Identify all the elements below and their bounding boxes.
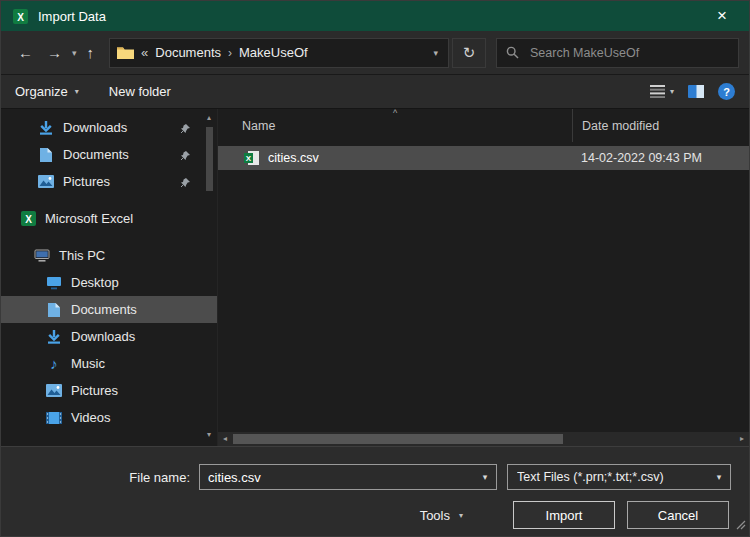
search-input[interactable] [528, 45, 729, 61]
sidebar-item-downloads-quick[interactable]: Downloads [1, 114, 217, 141]
sidebar-item-this-pc[interactable]: This PC [1, 242, 217, 269]
file-name-cell: X cities.csv [218, 151, 572, 165]
pictures-icon [37, 175, 55, 188]
view-icon [650, 85, 665, 98]
this-pc-icon [33, 249, 51, 263]
breadcrumb-separator-icon: › [228, 46, 232, 60]
change-view-button[interactable]: ▾ [650, 85, 674, 98]
pin-icon [180, 122, 191, 137]
titlebar: X Import Data × [1, 1, 749, 31]
file-name-row: File name: ▾ Text Files (*.prn;*.txt;*.c… [1, 464, 749, 490]
horizontal-scrollbar[interactable]: ◂ ▸ [218, 432, 749, 446]
button-row: Tools ▾ Import Cancel [1, 501, 749, 529]
dialog-footer: File name: ▾ Text Files (*.prn;*.txt;*.c… [1, 446, 749, 536]
new-folder-label: New folder [109, 84, 171, 99]
file-name-label: File name: [1, 470, 199, 485]
sidebar-item-microsoft-excel[interactable]: X Microsoft Excel [1, 205, 217, 232]
resize-grip[interactable] [735, 518, 746, 533]
up-icon[interactable]: ↑ [80, 38, 102, 68]
scroll-right-icon[interactable]: ▸ [735, 434, 749, 444]
file-name-combobox[interactable]: ▾ [199, 464, 497, 490]
file-type-combobox[interactable]: Text Files (*.prn;*.txt;*.csv) ▾ [507, 464, 731, 490]
excel-app-icon: X [11, 9, 29, 24]
tools-chevron-icon: ▾ [459, 511, 463, 520]
sidebar-scrollbar[interactable]: ▴ ▾ [203, 113, 215, 442]
file-date-cell: 14-02-2022 09:43 PM [572, 151, 749, 165]
svg-text:X: X [17, 11, 24, 22]
file-name-input[interactable] [200, 470, 474, 485]
file-row-cities-csv[interactable]: X cities.csv 14-02-2022 09:43 PM [218, 146, 749, 170]
sidebar-item-pictures[interactable]: Pictures [1, 377, 217, 404]
sidebar-item-label: Pictures [71, 383, 118, 398]
sidebar-item-documents[interactable]: Documents [1, 296, 217, 323]
breadcrumb-makeuseof[interactable]: MakeUseOf [239, 45, 308, 60]
sidebar-item-label: Desktop [71, 275, 119, 290]
cancel-button[interactable]: Cancel [627, 501, 729, 529]
window-title: Import Data [38, 9, 106, 24]
close-icon[interactable]: × [705, 1, 739, 31]
forward-icon[interactable]: → [40, 38, 69, 68]
sidebar-item-pictures-quick[interactable]: Pictures [1, 168, 217, 195]
organize-chevron-icon: ▾ [75, 87, 79, 96]
breadcrumb-overflow-icon[interactable]: « [141, 45, 148, 60]
downloads-icon [45, 329, 63, 345]
sidebar-item-label: Microsoft Excel [45, 211, 133, 226]
sidebar-item-videos[interactable]: Videos [1, 404, 217, 431]
sidebar-item-music[interactable]: ♪ Music [1, 350, 217, 377]
documents-icon [37, 147, 55, 163]
tools-button[interactable]: Tools ▾ [420, 508, 463, 523]
sidebar-item-desktop[interactable]: Desktop [1, 269, 217, 296]
sidebar-item-label: Documents [71, 302, 137, 317]
preview-pane-button[interactable] [688, 85, 704, 98]
sidebar-item-label: Documents [63, 147, 129, 162]
scroll-left-icon[interactable]: ◂ [218, 434, 232, 444]
music-icon: ♪ [45, 356, 63, 371]
help-button[interactable]: ? [718, 83, 735, 100]
horizontal-scrollbar-thumb[interactable] [233, 434, 563, 444]
sidebar-item-label: Downloads [71, 329, 135, 344]
file-type-value: Text Files (*.prn;*.txt;*.csv) [517, 470, 708, 484]
scroll-down-icon[interactable]: ▾ [207, 430, 211, 442]
import-data-dialog: X Import Data × ← → ▾ ↑ « Documents › Ma… [0, 0, 750, 537]
breadcrumb-documents[interactable]: Documents [155, 45, 221, 60]
videos-icon [45, 412, 63, 424]
sidebar-scrollbar-thumb[interactable] [206, 127, 213, 191]
organize-label: Organize [15, 84, 68, 99]
folder-icon [117, 46, 134, 59]
scroll-up-icon[interactable]: ▴ [207, 113, 211, 125]
tools-label: Tools [420, 508, 450, 523]
import-button[interactable]: Import [513, 501, 615, 529]
organize-button[interactable]: Organize ▾ [15, 84, 79, 99]
recent-locations-chevron-icon[interactable]: ▾ [69, 48, 80, 58]
preview-pane-icon [688, 85, 704, 98]
back-icon[interactable]: ← [11, 38, 40, 68]
navigation-bar: ← → ▾ ↑ « Documents › MakeUseOf ▾ ↻ [1, 31, 749, 75]
refresh-icon: ↻ [463, 44, 476, 62]
search-box[interactable] [496, 38, 739, 68]
search-icon [506, 46, 519, 59]
column-header-name[interactable]: ^ Name [218, 109, 572, 142]
main-area: Downloads Documents Pictures [1, 109, 749, 446]
column-header-date-modified[interactable]: Date modified [572, 109, 749, 142]
pin-icon [180, 149, 191, 164]
sidebar-item-label: Videos [71, 410, 111, 425]
column-date-label: Date modified [582, 119, 659, 133]
refresh-button[interactable]: ↻ [452, 38, 486, 68]
address-bar[interactable]: « Documents › MakeUseOf ▾ [109, 38, 449, 68]
address-dropdown-chevron-icon[interactable]: ▾ [431, 48, 442, 58]
svg-text:X: X [25, 214, 32, 225]
svg-text:X: X [245, 154, 251, 163]
documents-icon [45, 302, 63, 318]
sidebar-item-label: Pictures [63, 174, 110, 189]
pin-icon [180, 176, 191, 191]
file-name-chevron-icon[interactable]: ▾ [474, 472, 496, 482]
file-type-chevron-icon[interactable]: ▾ [708, 472, 730, 482]
sidebar-item-downloads[interactable]: Downloads [1, 323, 217, 350]
sidebar-item-label: Downloads [63, 120, 127, 135]
excel-icon: X [19, 211, 37, 226]
desktop-icon [45, 276, 63, 290]
new-folder-button[interactable]: New folder [109, 84, 171, 99]
file-list-header: ^ Name Date modified [218, 109, 749, 142]
sort-ascending-icon: ^ [393, 109, 397, 118]
sidebar-item-documents-quick[interactable]: Documents [1, 141, 217, 168]
